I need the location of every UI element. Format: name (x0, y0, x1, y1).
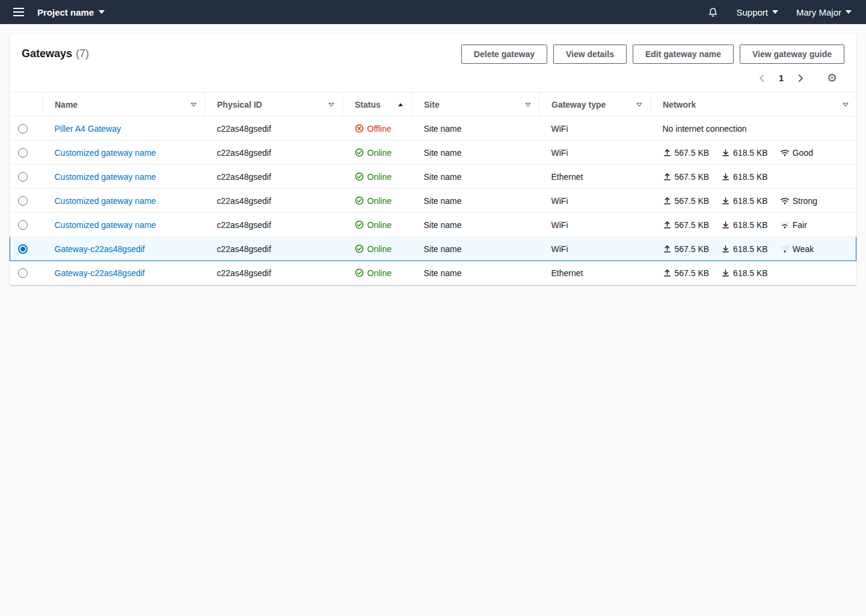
page-title: Gateways (7) (22, 45, 89, 60)
download-value: 618.5 KB (733, 172, 768, 182)
top-navigation-bar: Project name Support Mary Major (0, 0, 866, 24)
settings-gear-icon[interactable]: ⚙︎ (827, 72, 837, 84)
menu-icon[interactable] (8, 0, 29, 24)
wifi-signal-icon (780, 149, 790, 157)
network-cell: 567.5 KB 618.5 KB (651, 165, 856, 189)
upload-value: 567.5 KB (675, 220, 710, 230)
physical-id-cell: c22as48gsedif (205, 189, 343, 213)
network-cell: 567.5 KB 618.5 KB Good (651, 141, 856, 165)
status-cell: Offline (343, 117, 412, 141)
upload-icon (663, 268, 672, 277)
download-icon (721, 268, 730, 277)
gateways-title: Gateways (22, 48, 72, 60)
view-details-button[interactable]: View details (553, 45, 627, 64)
gateway-name-link[interactable]: Gateway-c22as48gsedif (55, 244, 145, 254)
download-value: 618.5 KB (733, 244, 768, 254)
status-text: Offline (367, 124, 392, 134)
gateway-name-cell: Gateway-c22as48gsedif (43, 261, 205, 285)
gateway-name-link[interactable]: Gateway-c22as48gsedif (55, 268, 145, 278)
download-icon (721, 220, 730, 229)
gateway-name-link[interactable]: Customized gateway name (55, 148, 156, 158)
status-header-label: Status (355, 100, 381, 109)
row-select-radio[interactable] (18, 148, 28, 158)
table-row[interactable]: Customized gateway name c22as48gsedif On… (10, 165, 856, 189)
column-header-gateway-type[interactable]: Gateway type (539, 93, 651, 117)
status-text: Online (367, 268, 392, 278)
gateway-name-link[interactable]: Piller A4 Gateway (55, 124, 121, 134)
gateway-type-cell: WiFi (539, 213, 651, 237)
view-gateway-guide-button[interactable]: View gateway guide (740, 45, 844, 64)
gateways-table: Name Physical ID (10, 92, 856, 285)
table-row[interactable]: Customized gateway name c22as48gsedif On… (10, 213, 856, 237)
filter-icon[interactable] (190, 101, 197, 108)
signal-strength-label: Strong (793, 196, 817, 206)
gateways-count: (7) (76, 48, 89, 60)
table-row[interactable]: Customized gateway name c22as48gsedif On… (10, 189, 856, 213)
table-header-row: Name Physical ID (10, 93, 856, 117)
site-cell: Site name (412, 141, 539, 165)
status-text: Online (367, 148, 392, 158)
previous-page-button[interactable] (757, 73, 767, 83)
column-header-site[interactable]: Site (412, 93, 539, 117)
column-header-status[interactable]: Status (343, 93, 412, 117)
table-row[interactable]: Piller A4 Gateway c22as48gsedif Offline … (10, 117, 856, 141)
status-cell: Online (343, 141, 412, 165)
network-header-label: Network (663, 100, 696, 109)
project-name-menu[interactable]: Project name (37, 7, 105, 17)
site-cell: Site name (412, 117, 539, 141)
sort-ascending-icon[interactable] (397, 101, 404, 108)
notifications-button[interactable] (708, 7, 718, 17)
site-cell: Site name (412, 165, 539, 189)
status-cell: Online (343, 213, 412, 237)
online-status-icon (355, 148, 364, 157)
table-row[interactable]: Customized gateway name c22as48gsedif On… (10, 141, 856, 165)
upload-value: 567.5 KB (675, 244, 710, 254)
user-menu[interactable]: Mary Major (796, 7, 852, 17)
gateway-type-header-label: Gateway type (551, 100, 606, 109)
online-status-icon (355, 196, 364, 205)
row-select-radio[interactable] (18, 172, 28, 182)
row-select-radio[interactable] (18, 268, 28, 278)
upload-icon (663, 148, 672, 157)
filter-icon[interactable] (842, 101, 849, 108)
support-menu[interactable]: Support (736, 7, 778, 17)
gateway-name-link[interactable]: Customized gateway name (55, 220, 156, 230)
column-header-network[interactable]: Network (651, 93, 856, 117)
next-page-button[interactable] (796, 73, 805, 83)
delete-gateway-button[interactable]: Delete gateway (461, 45, 547, 64)
name-header-label: Name (55, 100, 78, 109)
physical-id-cell: c22as48gsedif (205, 237, 343, 261)
network-cell: No internet connection (651, 117, 856, 141)
filter-icon[interactable] (328, 101, 335, 108)
physical-id-cell: c22as48gsedif (205, 117, 343, 141)
filter-icon[interactable] (524, 101, 532, 108)
online-status-icon (355, 268, 364, 277)
gateway-name-link[interactable]: Customized gateway name (55, 196, 156, 206)
site-cell: Site name (412, 213, 539, 237)
edit-gateway-name-button[interactable]: Edit gateway name (633, 45, 734, 64)
download-value: 618.5 KB (733, 220, 768, 230)
row-select-radio[interactable] (18, 196, 28, 206)
action-buttons: Delete gateway View details Edit gateway… (461, 45, 844, 64)
gateway-name-cell: Piller A4 Gateway (43, 117, 205, 141)
gateway-type-cell: WiFi (539, 117, 651, 141)
table-row-selected[interactable]: Gateway-c22as48gsedif c22as48gsedif Onli… (10, 237, 856, 261)
filter-icon[interactable] (636, 101, 643, 108)
upload-icon (663, 172, 672, 181)
column-header-name[interactable]: Name (43, 93, 205, 117)
gateway-name-cell: Customized gateway name (43, 165, 205, 189)
column-header-physical-id[interactable]: Physical ID (205, 93, 343, 117)
gateway-name-cell: Customized gateway name (43, 213, 205, 237)
row-select-radio[interactable] (18, 124, 28, 134)
gateway-type-cell: Ethernet (539, 165, 651, 189)
row-select-radio-checked[interactable] (18, 244, 28, 254)
gateway-name-link[interactable]: Customized gateway name (55, 172, 156, 182)
status-text: Online (367, 220, 392, 230)
status-cell: Online (343, 165, 412, 189)
current-page-number[interactable]: 1 (779, 73, 784, 83)
gateway-type-cell: WiFi (539, 141, 651, 165)
online-status-icon (355, 220, 364, 229)
table-row[interactable]: Gateway-c22as48gsedif c22as48gsedif Onli… (10, 261, 856, 285)
status-cell: Online (343, 261, 412, 285)
row-select-radio[interactable] (18, 220, 28, 230)
